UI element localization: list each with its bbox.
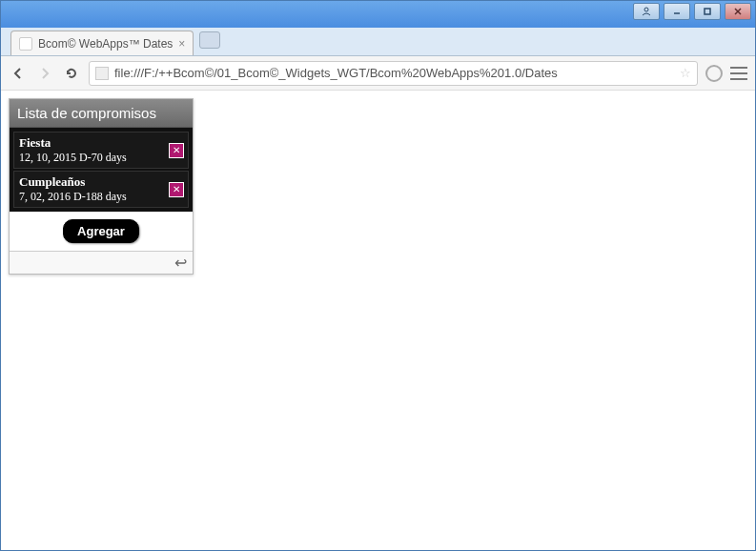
page-content: Lista de compromisos Fiesta 12, 10, 2015… xyxy=(1,91,755,550)
bookmark-star-icon[interactable]: ☆ xyxy=(680,66,691,80)
widget-header: Lista de compromisos xyxy=(10,99,193,128)
browser-window: Bcom© WebApps™ Dates × file:///F:/++Bcom… xyxy=(0,0,756,551)
browser-tab[interactable]: Bcom© WebApps™ Dates × xyxy=(10,31,194,55)
tab-close-icon[interactable]: × xyxy=(178,37,185,51)
list-item: Fiesta 12, 10, 2015 D-70 days ✕ xyxy=(13,132,189,169)
back-button[interactable] xyxy=(9,64,28,83)
tab-title: Bcom© WebApps™ Dates xyxy=(38,37,173,51)
widget-footer: ↩ xyxy=(10,251,193,274)
profile-icon[interactable] xyxy=(705,65,723,82)
item-date: 12, 10, 2015 D-70 days xyxy=(19,151,183,165)
add-button[interactable]: Agregar xyxy=(63,219,139,243)
commitments-list: Fiesta 12, 10, 2015 D-70 days ✕ Cumpleañ… xyxy=(10,128,193,212)
list-item: Cumpleaños 7, 02, 2016 D-188 days ✕ xyxy=(13,171,189,208)
item-title: Cumpleaños xyxy=(19,174,183,190)
svg-point-0 xyxy=(644,8,648,11)
user-button[interactable] xyxy=(633,3,660,20)
minimize-button[interactable] xyxy=(664,3,690,20)
widget-add-area: Agregar xyxy=(10,212,193,251)
delete-button[interactable]: ✕ xyxy=(169,182,184,197)
commitments-widget: Lista de compromisos Fiesta 12, 10, 2015… xyxy=(9,98,194,275)
reload-button[interactable] xyxy=(62,64,81,83)
new-tab-button[interactable] xyxy=(199,31,220,49)
tab-bar: Bcom© WebApps™ Dates × xyxy=(1,28,755,56)
item-date: 7, 02, 2016 D-188 days xyxy=(19,190,183,204)
close-button[interactable] xyxy=(725,3,751,20)
window-titlebar xyxy=(1,1,755,28)
forward-button[interactable] xyxy=(35,64,54,83)
item-title: Fiesta xyxy=(19,135,183,151)
undo-icon[interactable]: ↩ xyxy=(174,254,187,272)
hamburger-menu-icon[interactable] xyxy=(730,67,747,80)
favicon-icon xyxy=(19,37,32,51)
svg-rect-2 xyxy=(705,9,710,14)
browser-toolbar: file:///F:/++Bcom©/01_Bcom©_Widgets_WGT/… xyxy=(1,56,755,91)
url-text: file:///F:/++Bcom©/01_Bcom©_Widgets_WGT/… xyxy=(114,66,558,80)
delete-button[interactable]: ✕ xyxy=(169,143,184,158)
url-bar[interactable]: file:///F:/++Bcom©/01_Bcom©_Widgets_WGT/… xyxy=(89,61,698,86)
page-icon xyxy=(95,67,109,80)
maximize-button[interactable] xyxy=(694,3,721,20)
